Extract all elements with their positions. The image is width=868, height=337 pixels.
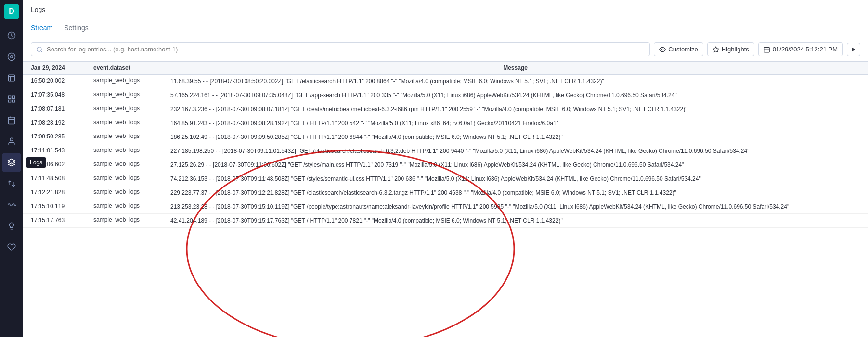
- app-logo[interactable]: D: [4, 4, 19, 19]
- table-row[interactable]: 17:08:28.192 sample_web_logs 164.85.91.2…: [23, 116, 868, 130]
- content-wrapper: Jan 29, 2024 event.dataset Message 16:50…: [23, 62, 868, 337]
- svg-rect-6: [8, 96, 11, 98]
- dataset-column-header: event.dataset: [93, 64, 170, 71]
- log-dataset: sample_web_logs: [93, 91, 170, 98]
- highlights-icon: [713, 46, 719, 53]
- log-time: 17:07:35.048: [31, 91, 93, 98]
- log-message: 42.41.204.189 - - [2018-07-30T09:15:17.7…: [170, 216, 860, 225]
- logs-tooltip: Logs: [26, 157, 46, 168]
- svg-rect-7: [13, 96, 15, 98]
- log-dataset: sample_web_logs: [93, 188, 170, 195]
- svg-rect-19: [764, 47, 770, 52]
- log-time: 17:09:50.285: [31, 133, 93, 140]
- tab-stream[interactable]: Stream: [31, 19, 52, 37]
- table-row[interactable]: 17:08:07.181 sample_web_logs 232.167.3.2…: [23, 102, 868, 116]
- date-column-header: Jan 29, 2024: [31, 64, 93, 71]
- log-time: 16:50:20.002: [31, 77, 93, 84]
- log-dataset: sample_web_logs: [93, 175, 170, 181]
- svg-rect-10: [8, 117, 15, 124]
- log-dataset: sample_web_logs: [93, 133, 170, 139]
- log-dataset: sample_web_logs: [93, 77, 170, 84]
- log-rows-container: 16:50:20.002 sample_web_logs 11.68.39.55…: [23, 75, 868, 228]
- sidebar-icon-chart[interactable]: [2, 68, 21, 87]
- sidebar-icon-logs[interactable]: Logs: [2, 153, 21, 172]
- tabs-container: Stream Settings: [23, 19, 868, 37]
- table-row[interactable]: 17:12:21.828 sample_web_logs 229.223.77.…: [23, 186, 868, 200]
- svg-point-2: [11, 56, 13, 58]
- table-row[interactable]: 16:50:20.002 sample_web_logs 11.68.39.55…: [23, 75, 868, 88]
- log-time: 17:08:07.181: [31, 105, 93, 112]
- svg-line-16: [41, 50, 42, 52]
- log-message: 213.253.23.28 - - [2018-07-30T09:15:10.1…: [170, 202, 860, 211]
- tab-settings[interactable]: Settings: [64, 19, 89, 37]
- log-dataset: sample_web_logs: [93, 202, 170, 209]
- svg-point-17: [662, 49, 664, 50]
- log-message: 186.25.102.49 - - [2018-07-30T09:09:50.2…: [170, 133, 860, 141]
- log-time: 17:12:21.828: [31, 188, 93, 196]
- sidebar-icon-lightbulb[interactable]: [2, 216, 21, 236]
- sidebar-icon-clock[interactable]: [2, 26, 21, 45]
- search-icon: [36, 46, 43, 53]
- svg-point-14: [10, 138, 13, 141]
- table-row[interactable]: 17:09:50.285 sample_web_logs 186.25.102.…: [23, 130, 868, 144]
- svg-rect-3: [8, 75, 15, 81]
- main-content: Logs Stream Settings Customize Highlight…: [23, 0, 868, 337]
- log-time: 17:15:17.763: [31, 216, 93, 224]
- message-column-header: Message: [170, 64, 860, 71]
- sidebar-icon-arrows[interactable]: [2, 174, 21, 193]
- table-row[interactable]: 17:11:06.602 sample_web_logs 27.125.26.2…: [23, 158, 868, 172]
- sidebar-icon-calendar[interactable]: [2, 111, 21, 130]
- log-time: 17:11:48.508: [31, 175, 93, 182]
- log-table: Jan 29, 2024 event.dataset Message 16:50…: [23, 62, 868, 337]
- topbar-app-name: Logs: [31, 6, 45, 13]
- eye-icon: [659, 46, 666, 53]
- svg-rect-9: [8, 100, 11, 102]
- search-bar: [31, 42, 650, 56]
- table-row[interactable]: 17:15:10.119 sample_web_logs 213.253.23.…: [23, 200, 868, 214]
- topbar: Logs: [23, 0, 868, 19]
- sidebar-icon-user[interactable]: [2, 132, 21, 151]
- svg-point-1: [8, 53, 15, 61]
- svg-rect-8: [13, 100, 15, 102]
- log-dataset: sample_web_logs: [93, 216, 170, 223]
- play-button[interactable]: [847, 43, 860, 56]
- svg-marker-18: [713, 47, 719, 52]
- table-row[interactable]: 17:11:48.508 sample_web_logs 74.212.36.1…: [23, 172, 868, 186]
- log-dataset: sample_web_logs: [93, 161, 170, 167]
- sidebar: D Logs: [0, 0, 23, 337]
- sidebar-icon-wave[interactable]: [2, 195, 21, 214]
- table-row[interactable]: 17:15:17.763 sample_web_logs 42.41.204.1…: [23, 214, 868, 228]
- table-header: Jan 29, 2024 event.dataset Message: [23, 62, 868, 75]
- log-time: 17:08:28.192: [31, 119, 93, 126]
- date-picker-button[interactable]: 01/29/2024 5:12:21 PM: [758, 42, 843, 56]
- log-message: 232.167.3.236 - - [2018-07-30T09:08:07.1…: [170, 105, 860, 113]
- log-message: 57.165.224.161 - - [2018-07-30T09:07:35.…: [170, 91, 860, 100]
- svg-point-15: [37, 47, 41, 51]
- play-icon: [851, 47, 856, 52]
- log-message: 11.68.39.55 - - [2018-07-30T08:50:20.002…: [170, 77, 860, 86]
- toolbar: Customize Highlights 01/29/2024 5:12:21 …: [23, 37, 868, 62]
- log-message: 74.212.36.153 - - [2018-07-30T09:11:48.5…: [170, 175, 860, 183]
- log-dataset: sample_web_logs: [93, 105, 170, 112]
- table-row[interactable]: 17:07:35.048 sample_web_logs 57.165.224.…: [23, 88, 868, 102]
- svg-marker-23: [852, 47, 855, 51]
- log-message: 164.85.91.243 - - [2018-07-30T09:08:28.1…: [170, 119, 860, 127]
- sidebar-icon-grid[interactable]: [2, 89, 21, 109]
- sidebar-icon-home[interactable]: [2, 47, 21, 66]
- log-time: 17:11:01.543: [31, 147, 93, 154]
- customize-button[interactable]: Customize: [654, 42, 703, 56]
- log-dataset: sample_web_logs: [93, 119, 170, 125]
- calendar-icon: [764, 46, 770, 53]
- highlights-button[interactable]: Highlights: [707, 42, 754, 56]
- log-time: 17:15:10.119: [31, 202, 93, 210]
- table-row[interactable]: 17:11:01.543 sample_web_logs 227.185.198…: [23, 144, 868, 158]
- log-dataset: sample_web_logs: [93, 147, 170, 153]
- log-message: 227.185.198.250 - - [2018-07-30T09:11:01…: [170, 147, 860, 155]
- log-message: 27.125.26.29 - - [2018-07-30T09:11:06.60…: [170, 161, 860, 169]
- search-input[interactable]: [47, 46, 645, 53]
- log-message: 229.223.77.37 - - [2018-07-30T09:12:21.8…: [170, 188, 860, 197]
- sidebar-icon-heart[interactable]: [2, 237, 21, 257]
